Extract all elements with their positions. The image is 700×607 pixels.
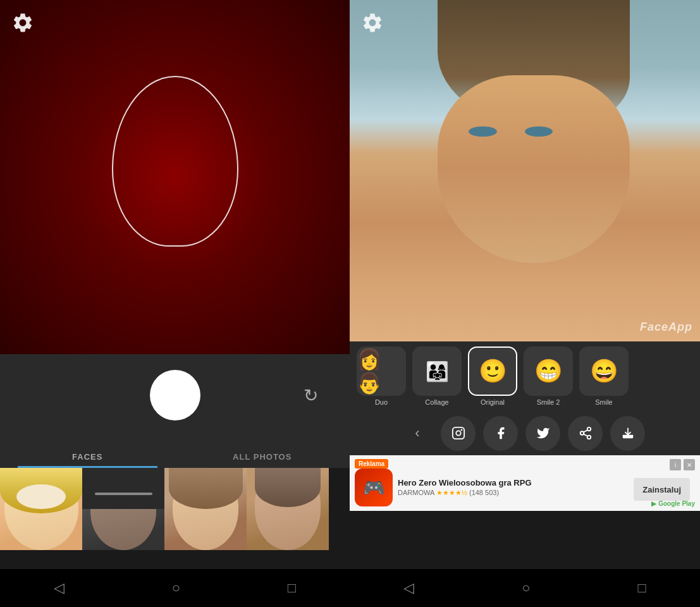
ad-text: Hero Zero Wieloosobowa gra RPG DARMOWA ★…: [393, 469, 634, 497]
ad-controls: i ✕: [670, 459, 695, 470]
camera-area: [0, 0, 350, 354]
filter-strip: 👩👨 Duo 👨‍👩‍👧 Collage 🙂 Original 😁 Smile …: [350, 341, 700, 411]
svg-point-4: [580, 431, 584, 435]
recent-nav-left[interactable]: □: [288, 580, 296, 596]
ad-subtitle: DARMOWA ★★★★½ (148 503): [398, 489, 629, 497]
face-outline: [112, 76, 238, 247]
recent-nav-right[interactable]: □: [638, 580, 646, 596]
filter-original[interactable]: 🙂 Original: [468, 346, 517, 406]
svg-point-1: [456, 431, 460, 435]
instagram-share-button[interactable]: [441, 416, 476, 451]
refresh-icon[interactable]: ↻: [304, 385, 318, 406]
right-panel: FaceApp 👩👨 Duo 👨‍👩‍👧 Collage 🙂: [350, 0, 700, 607]
home-nav-right[interactable]: ○: [522, 580, 530, 596]
ad-title: Hero Zero Wieloosobowa gra RPG: [398, 478, 629, 487]
ad-icon: 🎮: [355, 469, 393, 506]
home-nav-left[interactable]: ○: [172, 580, 180, 596]
tab-all-photos[interactable]: ALL PHOTOS: [175, 452, 350, 468]
facebook-share-button[interactable]: [483, 416, 518, 451]
svg-rect-0: [452, 427, 464, 439]
svg-line-7: [583, 430, 587, 432]
tab-faces[interactable]: FACES: [0, 452, 175, 468]
svg-point-2: [460, 429, 462, 431]
back-nav-left[interactable]: ◁: [54, 580, 64, 596]
gear-icon-right[interactable]: [361, 11, 386, 37]
ad-info-button[interactable]: i: [670, 459, 681, 470]
ad-banner: Reklama i ✕ 🎮 Hero Zero Wieloosobowa gra…: [350, 455, 700, 511]
photo-thumb-1[interactable]: [0, 468, 82, 550]
nav-bar-right: ◁ ○ □: [350, 569, 700, 607]
back-nav-right[interactable]: ◁: [403, 580, 414, 596]
svg-line-6: [583, 434, 587, 436]
capture-button[interactable]: [150, 370, 200, 420]
back-button[interactable]: ‹: [405, 416, 430, 451]
capture-controls: ↻: [0, 354, 350, 436]
photo-thumb-4[interactable]: [247, 468, 329, 550]
faceapp-watermark: FaceApp: [640, 321, 692, 334]
filter-smile2[interactable]: 😁 Smile 2: [524, 346, 573, 406]
filter-collage[interactable]: 👨‍👩‍👧 Collage: [412, 346, 462, 406]
photo-thumbnails: [0, 468, 350, 550]
twitter-share-button[interactable]: [525, 416, 560, 451]
download-button[interactable]: [610, 416, 645, 451]
share-row: ‹: [350, 411, 700, 455]
install-button[interactable]: Zainstaluj: [634, 478, 690, 501]
photo-thumb-2[interactable]: [82, 468, 164, 550]
gear-icon-left[interactable]: [11, 11, 37, 37]
share-button[interactable]: [568, 416, 603, 451]
photo-tabs: FACES ALL PHOTOS: [0, 436, 350, 468]
nav-bar-left: ◁ ○ □: [0, 569, 350, 607]
photo-area: FaceApp: [350, 0, 700, 341]
filter-smile[interactable]: 😄 Smile: [579, 346, 629, 406]
photo-thumb-3[interactable]: [164, 468, 247, 550]
svg-point-3: [587, 427, 591, 431]
filter-duo[interactable]: 👩👨 Duo: [357, 346, 406, 406]
svg-point-5: [587, 436, 591, 439]
ad-close-button[interactable]: ✕: [684, 459, 695, 470]
ad-badge: Reklama: [355, 459, 388, 469]
left-panel: ↻ FACES ALL PHOTOS: [0, 0, 350, 607]
google-play-label: ▶ Google Play: [651, 500, 695, 507]
